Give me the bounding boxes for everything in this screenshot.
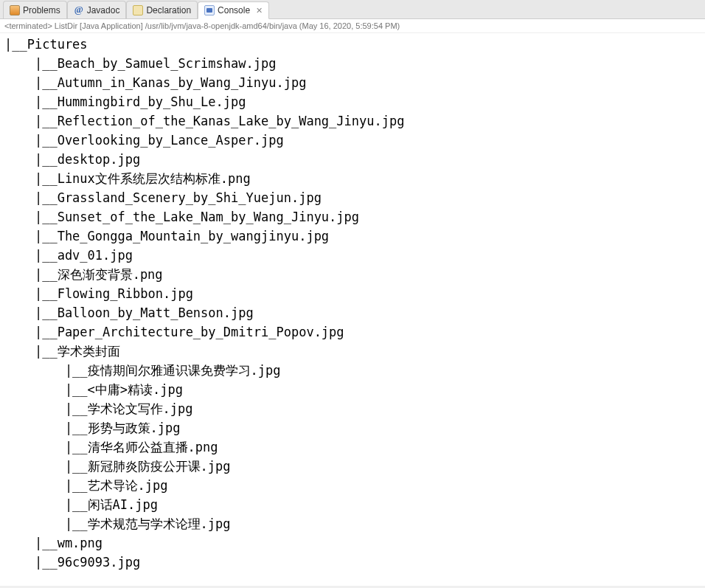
problems-icon <box>10 5 20 15</box>
tab-declaration[interactable]: Declaration <box>126 1 198 18</box>
tab-bar: Problems@JavadocDeclarationConsole✕ <box>0 0 705 19</box>
tab-javadoc[interactable]: @Javadoc <box>67 1 127 18</box>
tab-label: Problems <box>23 5 60 15</box>
declaration-icon <box>133 5 143 15</box>
tab-label: Javadoc <box>87 5 120 15</box>
tab-label: Declaration <box>146 5 191 15</box>
console-status-line: <terminated> ListDir [Java Application] … <box>0 19 705 33</box>
console-icon <box>204 5 215 15</box>
close-icon[interactable]: ✕ <box>256 6 263 15</box>
console-output[interactable]: |__Pictures |__Beach_by_Samuel_Scrimshaw… <box>0 33 705 586</box>
tab-label: Console <box>218 5 250 15</box>
tab-problems[interactable]: Problems <box>3 1 67 18</box>
tab-console[interactable]: Console✕ <box>198 1 269 19</box>
javadoc-icon: @ <box>74 5 84 15</box>
